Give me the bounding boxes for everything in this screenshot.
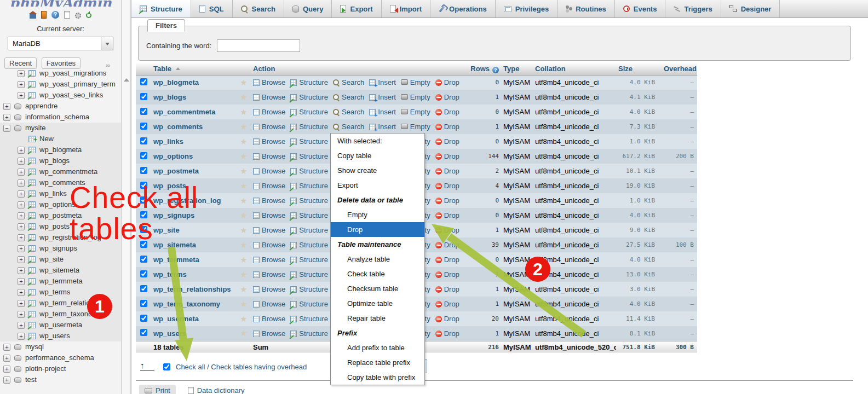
table-name-link[interactable]: wp_termmeta bbox=[153, 256, 199, 264]
action-browse-link[interactable]: Browse bbox=[253, 211, 285, 219]
expand-icon[interactable]: + bbox=[18, 300, 25, 307]
action-browse-link[interactable]: Browse bbox=[253, 241, 285, 249]
sidebar-item-wp-terms[interactable]: +wp_terms bbox=[0, 287, 121, 298]
tab-export[interactable]: Export bbox=[332, 0, 381, 18]
row-checkbox[interactable] bbox=[140, 93, 147, 100]
sidebar-item-information-schema[interactable]: +information_schema bbox=[0, 112, 121, 123]
table-name-link[interactable]: wp_registration_log bbox=[153, 196, 221, 205]
action-structure-link[interactable]: Structure bbox=[290, 211, 328, 219]
row-checkbox[interactable] bbox=[140, 329, 147, 336]
sidebar-item-wp-yoast-primary-term[interactable]: +wp_yoast_primary_term bbox=[0, 79, 121, 90]
menu-item-drop[interactable]: Drop bbox=[331, 222, 424, 237]
expand-icon[interactable]: + bbox=[18, 70, 25, 77]
tab-structure[interactable]: Structure bbox=[131, 0, 191, 18]
expand-icon[interactable]: + bbox=[3, 103, 10, 110]
table-name-link[interactable]: wp_terms bbox=[153, 270, 187, 279]
server-select[interactable]: MariaDB bbox=[8, 37, 113, 50]
check-all-checkbox[interactable] bbox=[163, 363, 170, 370]
sidebar-item-wp-termmeta[interactable]: +wp_termmeta bbox=[0, 276, 121, 287]
action-drop-link[interactable]: Drop bbox=[435, 329, 459, 338]
action-structure-link[interactable]: Structure bbox=[290, 93, 328, 101]
action-structure-link[interactable]: Structure bbox=[290, 123, 328, 131]
action-drop-link[interactable]: Drop bbox=[435, 256, 459, 264]
row-checkbox[interactable] bbox=[140, 256, 147, 263]
favorite-star-icon[interactable] bbox=[240, 225, 247, 235]
expand-icon[interactable]: + bbox=[18, 201, 25, 208]
action-insert-link[interactable]: Insert bbox=[369, 93, 396, 101]
favorite-star-icon[interactable] bbox=[240, 152, 247, 161]
action-drop-link[interactable]: Drop bbox=[435, 108, 459, 116]
menu-item-export[interactable]: Export bbox=[331, 178, 424, 193]
favorite-star-icon[interactable] bbox=[240, 314, 247, 323]
logout-icon[interactable] bbox=[41, 11, 47, 19]
table-name-link[interactable]: wp_posts bbox=[153, 182, 186, 190]
action-structure-link[interactable]: Structure bbox=[290, 285, 328, 293]
action-drop-link[interactable]: Drop bbox=[435, 78, 459, 86]
action-drop-link[interactable]: Drop bbox=[435, 182, 459, 190]
expand-icon[interactable]: + bbox=[3, 355, 10, 362]
action-browse-link[interactable]: Browse bbox=[253, 78, 285, 86]
menu-item-analyze-table[interactable]: Analyze table bbox=[331, 252, 424, 266]
table-name-link[interactable]: wp_signups bbox=[153, 211, 194, 219]
row-checkbox[interactable] bbox=[140, 78, 147, 85]
action-search-link[interactable]: Search bbox=[333, 78, 364, 86]
action-browse-link[interactable]: Browse bbox=[253, 285, 285, 293]
data-dictionary-link[interactable]: Data dictionary bbox=[188, 385, 245, 394]
sidebar-item-wp-blogmeta[interactable]: +wp_blogmeta bbox=[0, 144, 121, 155]
action-structure-link[interactable]: Structure bbox=[290, 226, 328, 234]
home-icon[interactable] bbox=[30, 14, 36, 19]
expand-icon[interactable]: + bbox=[18, 234, 25, 241]
sidebar-item-wp-term-relationships[interactable]: +wp_term_relationships bbox=[0, 298, 121, 309]
sidebar-item-mysql[interactable]: +mysql bbox=[0, 341, 121, 352]
action-structure-link[interactable]: Structure bbox=[290, 256, 328, 264]
expand-icon[interactable]: + bbox=[18, 256, 25, 263]
action-structure-link[interactable]: Structure bbox=[290, 182, 328, 190]
favorite-star-icon[interactable] bbox=[240, 240, 247, 250]
tab-operations[interactable]: Operations bbox=[430, 0, 496, 18]
action-browse-link[interactable]: Browse bbox=[253, 329, 285, 338]
action-drop-link[interactable]: Drop bbox=[435, 152, 459, 160]
menu-item-checksum-table[interactable]: Checksum table bbox=[331, 281, 424, 296]
favorite-star-icon[interactable] bbox=[240, 285, 247, 294]
docs-icon[interactable] bbox=[64, 11, 70, 19]
favorite-star-icon[interactable] bbox=[240, 107, 247, 117]
action-drop-link[interactable]: Drop bbox=[435, 241, 459, 249]
row-checkbox[interactable] bbox=[140, 167, 147, 174]
row-checkbox[interactable] bbox=[140, 270, 147, 277]
info-icon[interactable] bbox=[51, 11, 59, 19]
action-structure-link[interactable]: Structure bbox=[290, 196, 328, 205]
row-checkbox[interactable] bbox=[140, 241, 147, 248]
action-drop-link[interactable]: Drop bbox=[435, 196, 459, 205]
header-collation[interactable]: Collation bbox=[533, 63, 616, 75]
action-drop-link[interactable]: Drop bbox=[435, 270, 459, 279]
action-browse-link[interactable]: Browse bbox=[253, 108, 285, 116]
table-name-link[interactable]: wp_postmeta bbox=[153, 167, 199, 175]
header-size[interactable]: Size bbox=[616, 63, 662, 75]
expand-icon[interactable]: + bbox=[3, 376, 10, 384]
expand-icon[interactable]: + bbox=[18, 289, 25, 296]
expand-icon[interactable]: + bbox=[18, 322, 25, 329]
expand-icon[interactable]: + bbox=[18, 179, 25, 187]
menu-item-empty[interactable]: Empty bbox=[331, 207, 424, 222]
expand-icon[interactable]: + bbox=[3, 344, 10, 351]
action-search-link[interactable]: Search bbox=[333, 123, 364, 131]
action-browse-link[interactable]: Browse bbox=[253, 167, 285, 175]
action-insert-link[interactable]: Insert bbox=[369, 123, 396, 131]
refresh-icon[interactable] bbox=[86, 13, 91, 18]
sidebar-item-wp-postmeta[interactable]: +wp_postmeta bbox=[0, 210, 121, 221]
expand-icon[interactable]: + bbox=[18, 223, 25, 230]
action-browse-link[interactable]: Browse bbox=[253, 182, 285, 190]
row-checkbox[interactable] bbox=[140, 123, 147, 130]
expand-icon[interactable]: + bbox=[18, 81, 25, 88]
favorite-star-icon[interactable] bbox=[240, 122, 247, 131]
sidebar-item-wp-commentmeta[interactable]: +wp_commentmeta bbox=[0, 166, 121, 177]
favorites-button[interactable]: Favorites bbox=[42, 57, 81, 69]
action-structure-link[interactable]: Structure bbox=[290, 108, 328, 116]
scroll-up-icon[interactable] bbox=[124, 76, 129, 82]
action-drop-link[interactable]: Drop bbox=[435, 93, 459, 101]
tab-import[interactable]: Import bbox=[382, 0, 430, 18]
action-browse-link[interactable]: Browse bbox=[253, 152, 285, 160]
expand-icon[interactable]: + bbox=[18, 169, 25, 176]
action-browse-link[interactable]: Browse bbox=[253, 196, 285, 205]
row-checkbox[interactable] bbox=[140, 315, 147, 322]
